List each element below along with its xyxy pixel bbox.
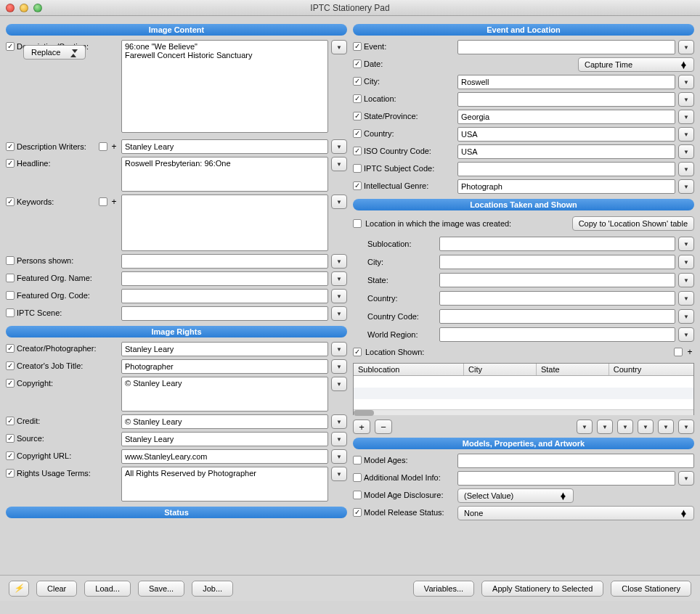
rights-terms-textarea[interactable]: All Rights Reserved by Photographer xyxy=(121,467,328,502)
intel-genre-input[interactable] xyxy=(457,179,675,194)
checkbox-copy-url[interactable] xyxy=(6,451,15,460)
desc-writers-input[interactable] xyxy=(121,139,328,154)
date-select[interactable]: Capture Time▲▼ xyxy=(578,57,694,72)
checkbox-desc-writers-extra[interactable] xyxy=(99,142,107,151)
city2-input[interactable] xyxy=(439,255,675,269)
table-col-dropdown-2[interactable] xyxy=(597,419,613,434)
checkbox-headline[interactable] xyxy=(6,159,15,168)
org-code-input[interactable] xyxy=(121,289,328,303)
state-dropdown[interactable] xyxy=(678,110,694,124)
addl-model-input[interactable] xyxy=(457,471,675,486)
iso-country-input[interactable] xyxy=(457,144,675,159)
country2-dropdown[interactable] xyxy=(678,291,694,306)
desc-writers-dropdown[interactable] xyxy=(331,139,347,154)
checkbox-location-shown[interactable] xyxy=(353,348,362,356)
remove-row-button[interactable]: − xyxy=(375,419,392,434)
iptc-scene-input[interactable] xyxy=(121,306,328,321)
checkbox-loc-created[interactable] xyxy=(353,219,362,228)
headline-dropdown[interactable] xyxy=(331,157,347,171)
world-region-input[interactable] xyxy=(439,327,675,342)
credit-input[interactable] xyxy=(121,414,328,429)
checkbox-keywords-extra[interactable] xyxy=(99,197,107,206)
table-body[interactable] xyxy=(354,376,693,409)
checkbox-persons[interactable] xyxy=(6,256,15,265)
event-input[interactable] xyxy=(457,40,675,54)
city-dropdown[interactable] xyxy=(678,75,694,89)
checkbox-org-name[interactable] xyxy=(6,274,15,282)
country2-input[interactable] xyxy=(439,291,675,306)
checkbox-state[interactable] xyxy=(353,112,362,120)
addl-model-dropdown[interactable] xyxy=(678,471,694,486)
checkbox-rights-terms[interactable] xyxy=(6,469,15,478)
replace-button[interactable]: Replace xyxy=(23,45,86,60)
city2-dropdown[interactable] xyxy=(678,255,694,269)
creator-input[interactable] xyxy=(121,342,328,356)
credit-dropdown[interactable] xyxy=(331,414,347,429)
variables-button[interactable]: Variables... xyxy=(413,581,474,597)
checkbox-date[interactable] xyxy=(353,60,362,68)
checkbox-model-age-disc[interactable] xyxy=(353,491,362,499)
country-dropdown[interactable] xyxy=(678,127,694,142)
close-window-icon[interactable] xyxy=(6,4,15,12)
copyright-textarea[interactable]: © Stanley Leary xyxy=(121,377,328,412)
checkbox-iso-country[interactable] xyxy=(353,147,362,155)
world-region-dropdown[interactable] xyxy=(678,327,694,342)
checkbox-country[interactable] xyxy=(353,129,362,138)
table-scrollbar[interactable] xyxy=(354,409,693,415)
iptc-subject-dropdown[interactable] xyxy=(678,162,694,176)
checkbox-addl-model[interactable] xyxy=(353,473,362,482)
iso-country-dropdown[interactable] xyxy=(678,144,694,159)
persons-dropdown[interactable] xyxy=(331,254,347,269)
source-dropdown[interactable] xyxy=(331,432,347,446)
sublocation-input[interactable] xyxy=(439,237,675,251)
save-button[interactable]: Save... xyxy=(138,581,184,597)
event-dropdown[interactable] xyxy=(678,40,694,54)
state-input[interactable] xyxy=(457,110,675,124)
keywords-textarea[interactable] xyxy=(121,195,328,251)
city-input[interactable] xyxy=(457,75,675,89)
creator-dropdown[interactable] xyxy=(331,342,347,356)
iptc-subject-input[interactable] xyxy=(457,162,675,176)
state2-dropdown[interactable] xyxy=(678,273,694,287)
checkbox-model-release[interactable] xyxy=(353,508,362,517)
zoom-window-icon[interactable] xyxy=(33,4,42,12)
checkbox-event[interactable] xyxy=(353,42,362,51)
table-col-dropdown-1[interactable] xyxy=(577,419,593,434)
state2-input[interactable] xyxy=(439,273,675,287)
model-ages-input[interactable] xyxy=(457,454,694,468)
checkbox-credit[interactable] xyxy=(6,417,15,425)
copy-url-input[interactable] xyxy=(121,449,328,464)
job-button[interactable]: Job... xyxy=(192,581,233,597)
apply-button[interactable]: Apply Stationery to Selected xyxy=(481,581,603,597)
checkbox-copyright[interactable] xyxy=(6,379,15,388)
job-title-dropdown[interactable] xyxy=(331,359,347,374)
checkbox-org-code[interactable] xyxy=(6,291,15,300)
keywords-dropdown[interactable] xyxy=(331,195,347,209)
checkbox-desc-writers[interactable] xyxy=(6,142,15,151)
th-state[interactable]: State xyxy=(537,364,609,375)
copy-to-shown-button[interactable]: Copy to 'Location Shown' table xyxy=(572,216,694,231)
checkbox-keywords[interactable] xyxy=(6,197,15,206)
th-country[interactable]: Country xyxy=(609,364,693,375)
source-input[interactable] xyxy=(121,432,328,446)
headline-textarea[interactable]: Roswell Presbyterian: 96:One xyxy=(121,157,328,192)
th-city[interactable]: City xyxy=(464,364,537,375)
checkbox-iptc-subject[interactable] xyxy=(353,164,362,173)
rights-terms-dropdown[interactable] xyxy=(331,467,347,481)
model-release-select[interactable]: None▲▼ xyxy=(457,506,694,520)
th-sublocation[interactable]: Sublocation xyxy=(354,364,464,375)
job-title-input[interactable] xyxy=(121,359,328,374)
load-button[interactable]: Load... xyxy=(84,581,131,597)
persons-input[interactable] xyxy=(121,254,328,269)
bolt-button[interactable]: ⚡ xyxy=(9,581,29,597)
location-input[interactable] xyxy=(457,92,675,107)
location-dropdown[interactable] xyxy=(678,92,694,107)
org-name-input[interactable] xyxy=(121,271,328,286)
copyright-dropdown[interactable] xyxy=(331,377,347,391)
org-code-dropdown[interactable] xyxy=(331,289,347,303)
table-col-dropdown-6[interactable] xyxy=(678,419,694,434)
model-age-disc-select[interactable]: (Select Value)▲▼ xyxy=(457,488,574,503)
sublocation-dropdown[interactable] xyxy=(678,237,694,251)
copy-url-dropdown[interactable] xyxy=(331,449,347,464)
intel-genre-dropdown[interactable] xyxy=(678,179,694,194)
